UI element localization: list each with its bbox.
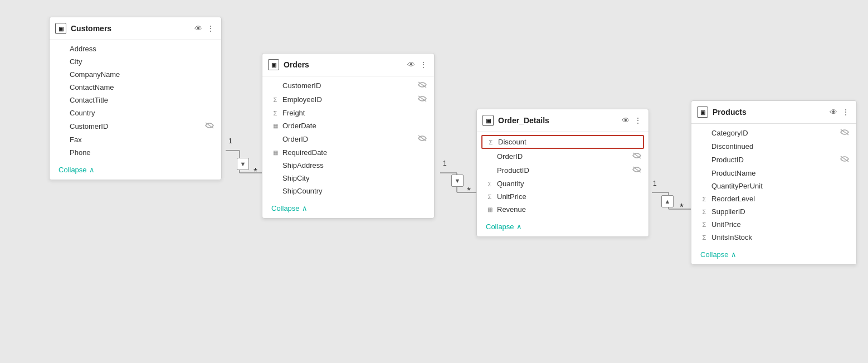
order-details-header: ▣ Order_Details 👁 ⋮ <box>477 109 648 132</box>
up-icon: Σ <box>486 193 494 200</box>
od-collapse-icon: ∧ <box>516 222 522 231</box>
field-name: RequiredDate <box>282 148 327 157</box>
customers-title: Customers <box>71 24 111 33</box>
field-shipaddress: ShipAddress <box>262 159 434 172</box>
field-name: CompanyName <box>70 70 120 79</box>
relation-label-star-3: * <box>680 202 684 214</box>
field-phone: Phone <box>50 146 221 159</box>
field-discount: ΣDiscount <box>481 135 644 149</box>
rd-icon: ▦ <box>271 149 279 156</box>
orders-title: Orders <box>284 60 309 69</box>
field-name: ShipCountry <box>282 187 323 195</box>
field-name: CustomerID <box>282 81 321 90</box>
field-productid-od: ProductID <box>477 163 648 177</box>
rev-icon: ▦ <box>486 206 494 212</box>
orders-more-icon[interactable]: ⋮ <box>420 60 427 69</box>
relation-label-1a: 1 <box>228 137 232 145</box>
order-details-title: Order_Details <box>498 116 549 125</box>
field-name: ReorderLevel <box>711 195 755 203</box>
emp-hide[interactable] <box>417 95 427 104</box>
field-discontinued: Discontinued <box>691 140 856 153</box>
field-orderid-od: OrderID <box>477 149 648 163</box>
customers-body: Address City CompanyName ContactName Con… <box>50 40 221 161</box>
products-eye-icon[interactable]: 👁 <box>830 108 837 117</box>
field-reorderlevel: ΣReorderLevel <box>691 192 856 205</box>
field-fax: Fax <box>50 133 221 146</box>
sid-icon: Σ <box>700 209 708 215</box>
field-customerid: CustomerID <box>50 119 221 133</box>
od-more-icon[interactable]: ⋮ <box>634 116 642 125</box>
orders-table: ▣ Orders 👁 ⋮ CustomerID ΣEmployeeID <box>262 53 435 219</box>
o-customerid-hide[interactable] <box>417 81 427 90</box>
field-address: Address <box>50 42 221 55</box>
orders-collapse[interactable]: Collapse ∧ <box>262 200 434 218</box>
field-name: ContactName <box>70 83 114 91</box>
field-name: OrderID <box>497 152 523 161</box>
field-name: EmployeeID <box>282 95 322 104</box>
products-header-icons: 👁 ⋮ <box>830 108 850 117</box>
disc-icon: Σ <box>487 139 495 146</box>
od-eye-icon[interactable]: 👁 <box>622 116 630 125</box>
relation-label-star-2: * <box>467 185 471 197</box>
join-box-1[interactable]: ▼ <box>237 158 249 170</box>
field-name: QuantityPerUnit <box>711 182 763 190</box>
orders-header-icons: 👁 ⋮ <box>407 60 427 69</box>
od-collapse[interactable]: Collapse ∧ <box>477 218 648 236</box>
field-productid-p: ProductID <box>691 153 856 167</box>
field-name: ContactTitle <box>70 96 108 104</box>
orders-collapse-icon: ∧ <box>302 204 308 212</box>
field-requireddate: ▦RequiredDate <box>262 146 434 159</box>
field-contacttitle: ContactTitle <box>50 94 221 107</box>
field-name: UnitsInStock <box>711 233 752 241</box>
orderid-hide[interactable] <box>417 134 427 144</box>
field-customerid-orders: CustomerID <box>262 79 434 93</box>
customers-collapse[interactable]: Collapse ∧ <box>50 161 221 180</box>
products-table: ▣ Products 👁 ⋮ CategoryID Discontinued P… <box>691 100 857 265</box>
orders-body: CustomerID ΣEmployeeID ΣFreight ▦OrderDa… <box>262 76 434 200</box>
field-unitprice-p: ΣUnitPrice <box>691 218 856 231</box>
field-name: ProductName <box>711 169 755 177</box>
customers-more-icon[interactable]: ⋮ <box>207 24 214 33</box>
field-employeeid: ΣEmployeeID <box>262 93 434 107</box>
orders-eye-icon[interactable]: 👁 <box>407 60 415 69</box>
field-orderdate: ▦OrderDate <box>262 119 434 132</box>
field-supplierid: ΣSupplierID <box>691 205 856 218</box>
field-name: Address <box>70 45 96 53</box>
orders-header: ▣ Orders 👁 ⋮ <box>262 54 434 76</box>
rl-icon: Σ <box>700 196 708 202</box>
emp-icon: Σ <box>271 96 279 103</box>
od-orderid-hide[interactable] <box>632 152 642 161</box>
order-details-table: ▣ Order_Details 👁 ⋮ ΣDiscount OrderID Pr… <box>476 109 649 237</box>
customers-header: ▣ Customers 👁 ⋮ <box>50 17 221 40</box>
field-name: ProductID <box>711 156 744 164</box>
relation-label-1c: 1 <box>653 180 657 187</box>
field-name: Fax <box>70 135 82 144</box>
od-header-icons: 👁 ⋮ <box>622 116 642 125</box>
orders-header-left: ▣ Orders <box>268 59 309 70</box>
order-details-header-left: ▣ Order_Details <box>482 115 549 126</box>
field-name: CustomerID <box>70 122 108 130</box>
orders-collapse-label: Collapse <box>271 204 300 212</box>
productid-hide[interactable] <box>840 155 850 164</box>
od-productid-hide[interactable] <box>632 166 642 175</box>
field-name: Quantity <box>497 180 524 188</box>
products-title: Products <box>713 108 747 117</box>
customerid-hide-icon[interactable] <box>204 122 214 131</box>
products-more-icon[interactable]: ⋮ <box>842 108 850 117</box>
join-box-3[interactable]: ▲ <box>661 195 674 207</box>
categoryid-hide[interactable] <box>840 128 850 138</box>
customers-eye-icon[interactable]: 👁 <box>194 24 202 33</box>
field-name: City <box>70 57 82 66</box>
field-revenue: ▦Revenue <box>477 203 648 216</box>
field-quantity: ΣQuantity <box>477 177 648 190</box>
field-name: SupplierID <box>711 207 745 216</box>
field-country: Country <box>50 107 221 119</box>
join-box-2[interactable]: ▼ <box>451 175 464 187</box>
customers-table: ▣ Customers 👁 ⋮ Address City CompanyName… <box>49 17 222 180</box>
field-unitsinstock: ΣUnitsInStock <box>691 231 856 244</box>
products-collapse[interactable]: Collapse ∧ <box>691 246 856 264</box>
field-name: UnitPrice <box>711 220 741 229</box>
field-shipcountry: ShipCountry <box>262 185 434 197</box>
field-name: UnitPrice <box>497 192 526 201</box>
customers-collapse-label: Collapse <box>58 166 87 174</box>
